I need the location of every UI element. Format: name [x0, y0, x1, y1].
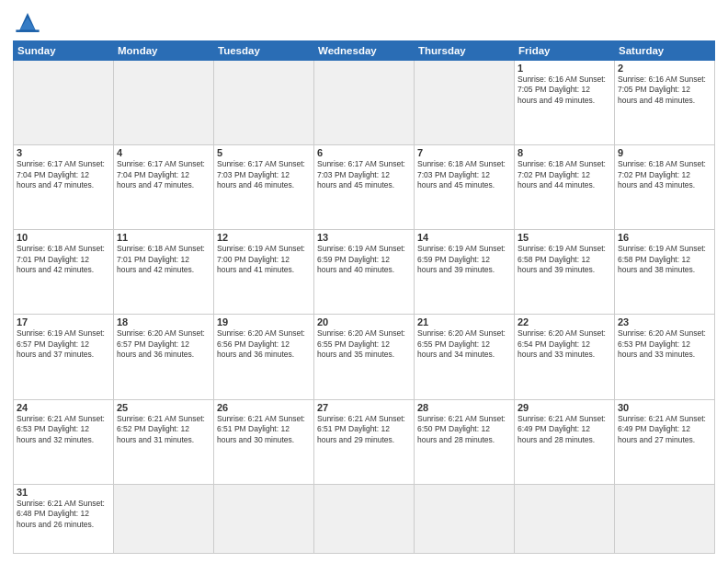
calendar-cell	[114, 61, 214, 145]
day-number: 12	[217, 232, 311, 243]
calendar-cell: 11Sunrise: 6:18 AM Sunset: 7:01 PM Dayli…	[114, 230, 214, 315]
calendar-cell: 16Sunrise: 6:19 AM Sunset: 6:58 PM Dayli…	[615, 230, 715, 315]
day-number: 11	[117, 232, 210, 243]
day-info: Sunrise: 6:21 AM Sunset: 6:49 PM Dayligh…	[618, 414, 711, 445]
day-info: Sunrise: 6:17 AM Sunset: 7:03 PM Dayligh…	[217, 159, 311, 190]
calendar-cell: 12Sunrise: 6:19 AM Sunset: 7:00 PM Dayli…	[214, 230, 314, 315]
calendar-cell: 26Sunrise: 6:21 AM Sunset: 6:51 PM Dayli…	[214, 399, 314, 484]
logo	[13, 9, 46, 35]
day-info: Sunrise: 6:19 AM Sunset: 6:58 PM Dayligh…	[518, 244, 611, 275]
day-info: Sunrise: 6:21 AM Sunset: 6:48 PM Dayligh…	[17, 499, 110, 530]
calendar-cell: 15Sunrise: 6:19 AM Sunset: 6:58 PM Dayli…	[515, 230, 615, 315]
page: Sunday Monday Tuesday Wednesday Thursday…	[0, 0, 728, 563]
day-info: Sunrise: 6:17 AM Sunset: 7:04 PM Dayligh…	[117, 159, 210, 190]
day-info: Sunrise: 6:20 AM Sunset: 6:53 PM Dayligh…	[618, 328, 711, 360]
col-sunday: Sunday	[14, 41, 114, 61]
day-info: Sunrise: 6:19 AM Sunset: 6:59 PM Dayligh…	[317, 244, 411, 275]
logo-icon	[13, 9, 42, 35]
calendar-cell	[415, 61, 515, 145]
calendar-cell	[314, 484, 415, 553]
day-number: 6	[317, 147, 411, 158]
calendar-cell: 4Sunrise: 6:17 AM Sunset: 7:04 PM Daylig…	[114, 145, 214, 230]
day-info: Sunrise: 6:20 AM Sunset: 6:54 PM Dayligh…	[518, 328, 611, 360]
day-number: 10	[17, 232, 110, 243]
day-number: 4	[117, 147, 210, 158]
day-number: 5	[217, 147, 311, 158]
day-number: 31	[17, 487, 110, 498]
calendar: Sunday Monday Tuesday Wednesday Thursday…	[13, 40, 715, 554]
day-number: 28	[417, 402, 511, 413]
day-number: 24	[17, 402, 110, 413]
col-thursday: Thursday	[415, 41, 515, 61]
calendar-cell	[14, 61, 114, 145]
day-number: 30	[618, 402, 711, 413]
calendar-cell	[214, 61, 314, 145]
calendar-cell: 3Sunrise: 6:17 AM Sunset: 7:04 PM Daylig…	[14, 145, 114, 230]
svg-marker-1	[19, 17, 37, 31]
day-number: 22	[518, 316, 611, 327]
day-info: Sunrise: 6:19 AM Sunset: 6:59 PM Dayligh…	[417, 244, 511, 275]
day-info: Sunrise: 6:19 AM Sunset: 6:57 PM Dayligh…	[17, 328, 110, 360]
calendar-cell: 30Sunrise: 6:21 AM Sunset: 6:49 PM Dayli…	[615, 399, 715, 484]
day-info: Sunrise: 6:16 AM Sunset: 7:05 PM Dayligh…	[618, 75, 711, 106]
day-number: 16	[618, 232, 711, 243]
day-number: 1	[518, 63, 611, 74]
day-info: Sunrise: 6:20 AM Sunset: 6:55 PM Dayligh…	[317, 328, 411, 360]
calendar-cell: 9Sunrise: 6:18 AM Sunset: 7:02 PM Daylig…	[615, 145, 715, 230]
day-info: Sunrise: 6:20 AM Sunset: 6:57 PM Dayligh…	[117, 328, 210, 360]
calendar-cell: 29Sunrise: 6:21 AM Sunset: 6:49 PM Dayli…	[515, 399, 615, 484]
calendar-cell: 10Sunrise: 6:18 AM Sunset: 7:01 PM Dayli…	[14, 230, 114, 315]
day-info: Sunrise: 6:21 AM Sunset: 6:51 PM Dayligh…	[317, 414, 411, 445]
calendar-cell	[214, 484, 314, 553]
day-info: Sunrise: 6:18 AM Sunset: 7:01 PM Dayligh…	[117, 244, 210, 275]
calendar-cell: 31Sunrise: 6:21 AM Sunset: 6:48 PM Dayli…	[14, 484, 114, 553]
calendar-cell: 6Sunrise: 6:17 AM Sunset: 7:03 PM Daylig…	[314, 145, 415, 230]
calendar-cell: 24Sunrise: 6:21 AM Sunset: 6:53 PM Dayli…	[14, 399, 114, 484]
day-info: Sunrise: 6:21 AM Sunset: 6:49 PM Dayligh…	[518, 414, 611, 445]
day-info: Sunrise: 6:18 AM Sunset: 7:03 PM Dayligh…	[417, 159, 511, 190]
header	[13, 9, 715, 35]
day-number: 18	[117, 316, 210, 327]
day-number: 19	[217, 316, 311, 327]
day-info: Sunrise: 6:20 AM Sunset: 6:56 PM Dayligh…	[217, 328, 311, 360]
calendar-cell	[515, 484, 615, 553]
calendar-cell: 18Sunrise: 6:20 AM Sunset: 6:57 PM Dayli…	[114, 315, 214, 399]
day-number: 17	[17, 316, 110, 327]
day-number: 9	[618, 147, 711, 158]
calendar-cell: 19Sunrise: 6:20 AM Sunset: 6:56 PM Dayli…	[214, 315, 314, 399]
day-info: Sunrise: 6:19 AM Sunset: 7:00 PM Dayligh…	[217, 244, 311, 275]
day-number: 27	[317, 402, 411, 413]
day-number: 14	[417, 232, 511, 243]
calendar-cell: 28Sunrise: 6:21 AM Sunset: 6:50 PM Dayli…	[415, 399, 515, 484]
day-number: 8	[518, 147, 611, 158]
day-number: 2	[618, 63, 711, 74]
calendar-cell: 17Sunrise: 6:19 AM Sunset: 6:57 PM Dayli…	[14, 315, 114, 399]
calendar-cell	[314, 61, 415, 145]
svg-rect-2	[16, 29, 39, 32]
col-tuesday: Tuesday	[214, 41, 314, 61]
day-info: Sunrise: 6:17 AM Sunset: 7:03 PM Dayligh…	[317, 159, 411, 190]
col-monday: Monday	[114, 41, 214, 61]
calendar-cell: 13Sunrise: 6:19 AM Sunset: 6:59 PM Dayli…	[314, 230, 415, 315]
day-number: 7	[417, 147, 511, 158]
calendar-cell: 22Sunrise: 6:20 AM Sunset: 6:54 PM Dayli…	[515, 315, 615, 399]
calendar-cell	[415, 484, 515, 553]
day-number: 3	[17, 147, 110, 158]
weekday-header-row: Sunday Monday Tuesday Wednesday Thursday…	[14, 41, 715, 61]
day-number: 15	[518, 232, 611, 243]
day-info: Sunrise: 6:18 AM Sunset: 7:02 PM Dayligh…	[518, 159, 611, 190]
day-info: Sunrise: 6:20 AM Sunset: 6:55 PM Dayligh…	[417, 328, 511, 360]
calendar-cell: 27Sunrise: 6:21 AM Sunset: 6:51 PM Dayli…	[314, 399, 415, 484]
day-info: Sunrise: 6:21 AM Sunset: 6:52 PM Dayligh…	[117, 414, 210, 445]
calendar-cell: 20Sunrise: 6:20 AM Sunset: 6:55 PM Dayli…	[314, 315, 415, 399]
day-number: 13	[317, 232, 411, 243]
day-info: Sunrise: 6:21 AM Sunset: 6:51 PM Dayligh…	[217, 414, 311, 445]
col-friday: Friday	[515, 41, 615, 61]
calendar-cell: 14Sunrise: 6:19 AM Sunset: 6:59 PM Dayli…	[415, 230, 515, 315]
day-info: Sunrise: 6:19 AM Sunset: 6:58 PM Dayligh…	[618, 244, 711, 275]
day-number: 20	[317, 316, 411, 327]
day-number: 25	[117, 402, 210, 413]
col-wednesday: Wednesday	[314, 41, 415, 61]
day-number: 26	[217, 402, 311, 413]
day-number: 23	[618, 316, 711, 327]
